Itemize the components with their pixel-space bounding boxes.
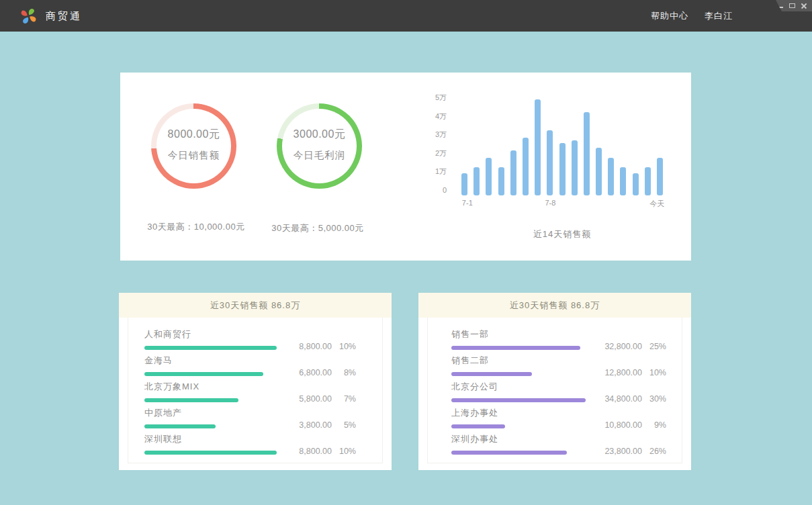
- item-amount: 5,800.00: [283, 394, 332, 404]
- bar: [608, 158, 614, 195]
- x-tick-label: 7-8: [545, 199, 555, 207]
- item-amount: 34,800.00: [594, 394, 642, 404]
- customers-card-header: 近30天销售额 86.8万: [119, 293, 392, 318]
- bar: [559, 143, 566, 195]
- maximize-icon[interactable]: [789, 3, 795, 8]
- bar: [584, 112, 590, 195]
- item-percent: 26%: [642, 447, 666, 456]
- item-label: 金海马: [144, 355, 263, 367]
- item-progress-bar: [144, 346, 277, 350]
- bar: [461, 173, 467, 195]
- item-amount: 6,800.00: [283, 368, 332, 377]
- bar-chart-yaxis: 5万4万3万2万1万0: [429, 86, 447, 200]
- minimize-icon[interactable]: [777, 7, 783, 8]
- bar-chart-xaxis: 7-17-8今天: [461, 199, 663, 210]
- window-controls: [776, 0, 812, 11]
- item-percent: 25%: [642, 342, 666, 351]
- item-progress-bar: [451, 451, 567, 455]
- item-label: 深圳联想: [144, 433, 277, 445]
- bar: [523, 138, 529, 196]
- list-item: 北京万象MIX5,800.007%: [144, 381, 356, 402]
- gauge-center: 3000.00元 今日毛利润: [277, 102, 362, 187]
- item-values: 8,800.0010%: [283, 342, 356, 351]
- item-percent: 30%: [642, 394, 666, 404]
- item-values: 23,800.0026%: [594, 447, 666, 456]
- item-percent: 8%: [332, 368, 356, 377]
- app-titlebar: 商贸通 帮助中心 李白江: [0, 0, 812, 32]
- item-amount: 8,800.00: [283, 342, 332, 351]
- app-title: 商贸通: [46, 10, 82, 23]
- item-amount: 12,800.00: [594, 368, 642, 377]
- item-progress-bar: [451, 424, 505, 428]
- today-sales-value: 8000.00元: [168, 128, 220, 142]
- item-label: 上海办事处: [451, 407, 505, 419]
- bar: [572, 140, 578, 195]
- help-center-link[interactable]: 帮助中心: [651, 10, 688, 22]
- item-progress-bar: [144, 424, 216, 428]
- pinwheel-logo-icon: [19, 7, 38, 25]
- bar: [510, 150, 516, 195]
- item-label: 北京万象MIX: [144, 381, 238, 393]
- item-label: 销售二部: [451, 355, 532, 367]
- item-amount: 8,800.00: [283, 447, 332, 456]
- today-profit-label: 今日毛利润: [294, 149, 346, 162]
- bar: [596, 148, 602, 195]
- x-tick-label: 7-1: [462, 199, 473, 207]
- item-percent: 10%: [332, 447, 356, 456]
- customers-card: 近30天销售额 86.8万 人和商贸行8,800.0010%金海马6,800.0…: [119, 293, 392, 470]
- bar: [657, 158, 663, 195]
- y-tick-label: 2万: [429, 148, 447, 158]
- item-percent: 10%: [332, 342, 356, 351]
- bar: [498, 167, 504, 196]
- today-sales-label: 今日销售额: [168, 149, 220, 162]
- item-label: 人和商贸行: [144, 328, 277, 340]
- item-percent: 7%: [332, 394, 356, 404]
- bar: [620, 167, 626, 196]
- y-tick-label: 1万: [429, 167, 447, 176]
- gauge-center: 8000.00元 今日销售额: [151, 102, 236, 187]
- departments-card: 近30天销售额 86.8万 销售一部32,800.0025%销售二部12,800…: [418, 293, 691, 470]
- y-tick-label: 5万: [429, 93, 447, 102]
- list-item: 深圳联想8,800.0010%: [144, 433, 356, 455]
- item-label: 深圳办事处: [451, 433, 567, 445]
- customers-list: 人和商贸行8,800.0010%金海马6,800.008%北京万象MIX5,80…: [144, 328, 356, 455]
- item-progress-bar: [451, 398, 586, 402]
- user-menu[interactable]: 李白江: [705, 10, 733, 22]
- item-label: 销售一部: [451, 328, 580, 340]
- item-percent: 9%: [642, 420, 666, 430]
- bar-chart-title: 近14天销售额: [461, 228, 663, 240]
- item-label: 北京分公司: [451, 381, 586, 393]
- item-values: 6,800.008%: [283, 368, 356, 377]
- summary-card: 8000.00元 今日销售额 30天最高：10,000.00元 3000.00元…: [120, 73, 691, 261]
- list-item: 上海办事处10,800.009%: [451, 407, 666, 428]
- item-percent: 10%: [642, 368, 666, 377]
- item-amount: 23,800.00: [594, 447, 642, 456]
- item-values: 3,800.005%: [283, 420, 356, 430]
- item-amount: 3,800.00: [283, 420, 332, 430]
- item-progress-bar: [144, 372, 263, 376]
- sales-30d-max-note: 30天最高：10,000.00元: [129, 221, 263, 233]
- item-progress-bar: [451, 346, 580, 350]
- list-item: 深圳办事处23,800.0026%: [451, 433, 666, 455]
- item-progress-bar: [451, 372, 532, 376]
- list-item: 中原地产3,800.005%: [144, 407, 356, 428]
- list-item: 人和商贸行8,800.0010%: [144, 328, 356, 350]
- item-values: 34,800.0030%: [594, 394, 666, 404]
- item-values: 10,800.009%: [594, 420, 666, 430]
- bar: [645, 167, 651, 196]
- bar: [633, 173, 639, 195]
- sales-14d-bar-chart: 5万4万3万2万1万0 7-17-8今天 近14天销售额: [429, 86, 671, 254]
- bar: [535, 99, 541, 195]
- list-item: 销售一部32,800.0025%: [451, 328, 666, 350]
- departments-list: 销售一部32,800.0025%销售二部12,800.0010%北京分公司34,…: [451, 328, 666, 455]
- list-item: 金海马6,800.008%: [144, 355, 356, 376]
- item-label: 中原地产: [144, 407, 216, 419]
- today-sales-gauge: 8000.00元 今日销售额: [151, 103, 236, 189]
- bar: [486, 158, 492, 195]
- departments-card-header: 近30天销售额 86.8万: [418, 293, 691, 318]
- item-values: 8,800.0010%: [283, 447, 356, 456]
- bar-chart-plot: [461, 97, 663, 193]
- item-values: 5,800.007%: [283, 394, 356, 404]
- item-amount: 10,800.00: [594, 420, 642, 430]
- close-icon[interactable]: [801, 3, 807, 9]
